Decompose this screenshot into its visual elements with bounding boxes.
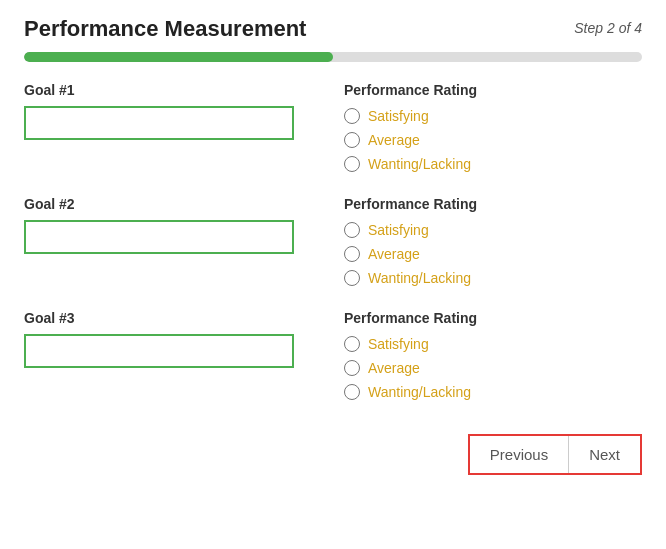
radio-option-3-3[interactable]: Wanting/Lacking <box>344 384 642 400</box>
radio-input-3-1[interactable] <box>344 336 360 352</box>
rating-label-3: Performance Rating <box>344 310 642 326</box>
goal-row-1: Goal #1Performance RatingSatisfyingAvera… <box>24 82 642 172</box>
goal-label-1: Goal #1 <box>24 82 334 98</box>
radio-group-1: SatisfyingAverageWanting/Lacking <box>344 108 642 172</box>
page-title: Performance Measurement <box>24 16 306 42</box>
goal-row-3: Goal #3Performance RatingSatisfyingAvera… <box>24 310 642 400</box>
rating-label-1: Performance Rating <box>344 82 642 98</box>
goal-label-3: Goal #3 <box>24 310 334 326</box>
radio-option-label-1-3: Wanting/Lacking <box>368 156 471 172</box>
radio-option-label-1-1: Satisfying <box>368 108 429 124</box>
progress-bar-fill <box>24 52 333 62</box>
goal-input-2[interactable] <box>24 220 294 254</box>
radio-option-1-2[interactable]: Average <box>344 132 642 148</box>
radio-group-3: SatisfyingAverageWanting/Lacking <box>344 336 642 400</box>
radio-option-2-1[interactable]: Satisfying <box>344 222 642 238</box>
radio-option-1-1[interactable]: Satisfying <box>344 108 642 124</box>
radio-group-2: SatisfyingAverageWanting/Lacking <box>344 222 642 286</box>
rating-label-2: Performance Rating <box>344 196 642 212</box>
goal-label-2: Goal #2 <box>24 196 334 212</box>
radio-input-2-3[interactable] <box>344 270 360 286</box>
radio-input-3-3[interactable] <box>344 384 360 400</box>
radio-option-label-2-3: Wanting/Lacking <box>368 270 471 286</box>
radio-option-label-3-1: Satisfying <box>368 336 429 352</box>
progress-bar <box>24 52 642 62</box>
radio-input-1-2[interactable] <box>344 132 360 148</box>
radio-option-3-1[interactable]: Satisfying <box>344 336 642 352</box>
radio-option-1-3[interactable]: Wanting/Lacking <box>344 156 642 172</box>
radio-input-2-1[interactable] <box>344 222 360 238</box>
goal-input-3[interactable] <box>24 334 294 368</box>
radio-option-label-2-1: Satisfying <box>368 222 429 238</box>
footer: Previous Next <box>24 434 642 475</box>
goal-input-1[interactable] <box>24 106 294 140</box>
button-group: Previous Next <box>468 434 642 475</box>
goal-row-2: Goal #2Performance RatingSatisfyingAvera… <box>24 196 642 286</box>
radio-input-1-1[interactable] <box>344 108 360 124</box>
next-button[interactable]: Next <box>569 436 640 473</box>
radio-option-label-1-2: Average <box>368 132 420 148</box>
radio-option-3-2[interactable]: Average <box>344 360 642 376</box>
radio-input-2-2[interactable] <box>344 246 360 262</box>
step-label: Step 2 of 4 <box>574 20 642 36</box>
radio-option-label-3-3: Wanting/Lacking <box>368 384 471 400</box>
radio-input-1-3[interactable] <box>344 156 360 172</box>
goals-area: Goal #1Performance RatingSatisfyingAvera… <box>24 82 642 424</box>
radio-option-2-2[interactable]: Average <box>344 246 642 262</box>
radio-input-3-2[interactable] <box>344 360 360 376</box>
radio-option-2-3[interactable]: Wanting/Lacking <box>344 270 642 286</box>
radio-option-label-2-2: Average <box>368 246 420 262</box>
previous-button[interactable]: Previous <box>470 436 568 473</box>
radio-option-label-3-2: Average <box>368 360 420 376</box>
